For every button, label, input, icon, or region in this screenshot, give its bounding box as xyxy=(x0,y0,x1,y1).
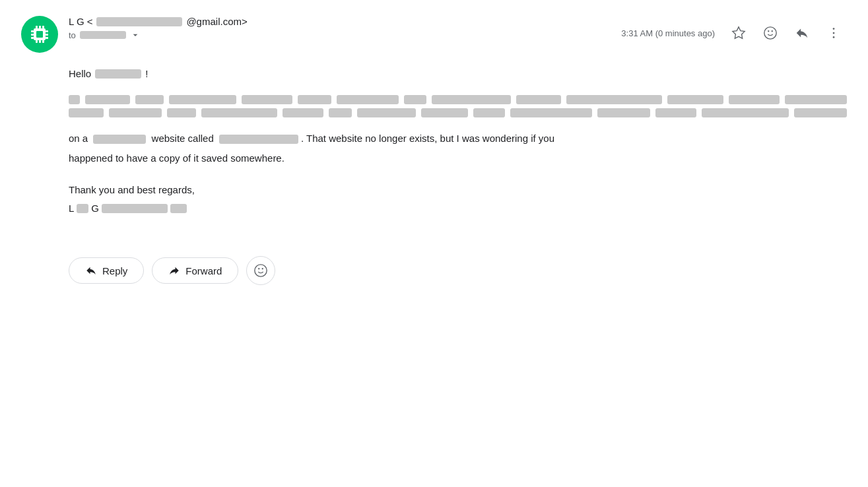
redacted-line2-7 xyxy=(357,108,415,117)
body-line3-redacted2 xyxy=(219,135,298,144)
svg-rect-5 xyxy=(36,40,38,43)
header-left: L G < @gmail.com> to xyxy=(21,16,248,53)
redacted-word-12 xyxy=(667,95,723,104)
sig-lastname-redacted xyxy=(102,204,168,213)
svg-point-20 xyxy=(255,265,267,276)
recipient-name-redacted xyxy=(95,69,141,79)
body-line3-text3: . That website no longer exists, but I w… xyxy=(301,133,554,144)
reply-button-icon xyxy=(85,265,97,276)
to-label: to xyxy=(69,30,76,40)
redacted-word-7 xyxy=(337,95,399,104)
reply-icon xyxy=(795,26,809,40)
sender-email-bracket-open: < xyxy=(87,16,93,27)
forward-button[interactable]: Forward xyxy=(152,257,238,284)
emoji-icon xyxy=(763,26,778,40)
redacted-word-8 xyxy=(404,95,426,104)
body-line4-text: happened to have a copy of it saved some… xyxy=(69,152,284,164)
sender-email-domain: @gmail.com> xyxy=(186,16,247,27)
body-line-4: happened to have a copy of it saved some… xyxy=(69,150,847,166)
sender-name: L G < @gmail.com> xyxy=(69,16,248,27)
emoji-action-button[interactable] xyxy=(246,256,275,285)
emoji-reaction-button[interactable] xyxy=(757,20,784,46)
svg-rect-13 xyxy=(46,37,48,39)
email-body: Hello ! xyxy=(69,66,847,216)
redacted-line2-1 xyxy=(69,108,104,117)
chevron-down-icon[interactable] xyxy=(130,30,141,40)
sender-email-redacted xyxy=(96,17,182,26)
avatar-icon xyxy=(28,22,51,46)
sig-initial-G: G xyxy=(91,201,99,216)
signature: Thank you and best regards, L G xyxy=(69,182,847,216)
svg-rect-8 xyxy=(31,30,34,32)
more-vert-icon xyxy=(826,26,841,40)
forward-label: Forward xyxy=(185,265,222,276)
svg-rect-12 xyxy=(46,34,48,36)
redacted-word-11 xyxy=(566,95,662,104)
redacted-word-2 xyxy=(85,95,130,104)
star-button[interactable] xyxy=(725,20,752,46)
reply-button[interactable]: Reply xyxy=(69,257,144,284)
svg-point-19 xyxy=(833,36,835,38)
to-line: to xyxy=(69,30,248,40)
redacted-word-6 xyxy=(298,95,331,104)
svg-rect-6 xyxy=(39,40,41,43)
svg-rect-4 xyxy=(42,26,44,28)
avatar xyxy=(21,16,58,53)
to-recipient-redacted xyxy=(80,31,126,39)
sig-middle-redacted xyxy=(77,204,88,213)
closing-text: Thank you and best regards, xyxy=(69,182,847,198)
svg-rect-10 xyxy=(31,37,34,39)
sig-suffix-redacted xyxy=(170,204,187,213)
body-line3-text2: website called xyxy=(152,133,214,144)
greeting-line: Hello ! xyxy=(69,66,847,82)
reply-label: Reply xyxy=(102,265,127,276)
body-line3-text1: on a xyxy=(69,133,88,144)
redacted-paragraph xyxy=(69,95,847,117)
svg-rect-7 xyxy=(42,40,44,43)
timestamp: 3:31 AM (0 minutes ago) xyxy=(621,28,715,38)
svg-rect-3 xyxy=(39,26,41,28)
redacted-line2-6 xyxy=(329,108,352,117)
reply-header-button[interactable] xyxy=(789,20,815,46)
forward-button-icon xyxy=(168,265,180,276)
email-header: L G < @gmail.com> to 3:31 AM (0 minutes … xyxy=(21,16,847,53)
redacted-word-1 xyxy=(69,95,80,104)
sig-initial-L: L xyxy=(69,201,74,216)
svg-rect-1 xyxy=(36,31,43,38)
svg-rect-9 xyxy=(31,34,34,36)
svg-point-17 xyxy=(833,28,835,30)
redacted-line2-9 xyxy=(473,108,506,117)
redacted-line2-5 xyxy=(283,108,323,117)
greeting-exclamation: ! xyxy=(145,66,148,82)
redacted-line2-10 xyxy=(510,108,592,117)
redacted-word-10 xyxy=(516,95,561,104)
sender-info: L G < @gmail.com> to xyxy=(69,16,248,40)
sender-name-text: L G xyxy=(69,16,84,27)
redacted-line2-3 xyxy=(167,108,196,117)
redacted-line2-12 xyxy=(655,108,696,117)
svg-rect-2 xyxy=(36,26,38,28)
star-icon xyxy=(731,26,746,40)
redacted-word-5 xyxy=(242,95,292,104)
svg-point-18 xyxy=(833,32,835,34)
redacted-line-1 xyxy=(69,95,847,104)
redacted-word-14 xyxy=(785,95,847,104)
svg-point-14 xyxy=(764,27,776,39)
redacted-line2-2 xyxy=(109,108,162,117)
sig-name-line: L G xyxy=(69,201,847,216)
greeting-text: Hello xyxy=(69,66,91,82)
redacted-line-2 xyxy=(69,108,847,117)
redacted-word-9 xyxy=(432,95,510,104)
redacted-line2-11 xyxy=(597,108,650,117)
redacted-line2-8 xyxy=(421,108,468,117)
body-line3-redacted1 xyxy=(93,135,146,144)
redacted-word-4 xyxy=(169,95,236,104)
svg-rect-11 xyxy=(46,30,48,32)
action-bar: Reply Forward xyxy=(69,256,847,285)
redacted-line2-14 xyxy=(794,108,847,117)
redacted-line2-13 xyxy=(702,108,789,117)
redacted-word-3 xyxy=(135,95,164,104)
emoji-action-icon xyxy=(253,263,268,278)
more-options-button[interactable] xyxy=(820,20,847,46)
header-right: 3:31 AM (0 minutes ago) xyxy=(621,16,847,46)
